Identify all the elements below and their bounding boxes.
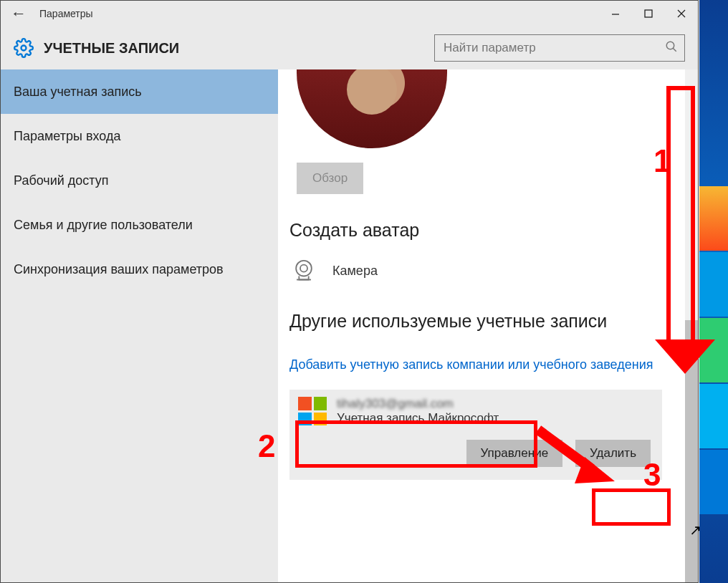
browse-button[interactable]: Обзор [297,163,363,194]
desktop-background-strip [699,0,728,583]
avatar [297,69,447,148]
sidebar-item-label: Синхронизация ваших параметров [14,262,224,277]
settings-window: ← Параметры УЧЕТНЫЕ ЗАПИСИ Ваша учетная … [0,0,699,583]
sidebar-item-your-account[interactable]: Ваша учетная запись [1,69,278,114]
back-button[interactable]: ← [1,4,37,23]
sidebar-item-label: Семья и другие пользователи [14,218,193,233]
cursor-icon: ↖ [689,521,701,539]
manage-button[interactable]: Управление [466,440,563,467]
header: УЧЕТНЫЕ ЗАПИСИ [1,26,698,69]
desktop-tile [699,384,728,448]
sidebar-item-signin-options[interactable]: Параметры входа [1,114,278,158]
account-row[interactable]: tihaly303@gmail.com Учетная запись Майкр… [289,390,662,433]
search-input[interactable] [435,41,658,55]
search-icon [658,40,684,56]
account-email: tihaly303@gmail.com [337,397,499,411]
desktop-tile [699,318,728,382]
svg-point-4 [21,46,27,51]
gear-icon [14,38,34,58]
desktop-tile [699,186,728,251]
sidebar-item-label: Параметры входа [14,129,120,144]
svg-point-5 [666,42,674,49]
sidebar-item-sync[interactable]: Синхронизация ваших параметров [1,247,278,292]
camera-icon [289,256,318,285]
svg-point-7 [296,261,312,276]
svg-rect-1 [645,10,652,17]
svg-line-6 [673,48,676,52]
sidebar-item-label: Ваша учетная запись [14,85,142,100]
sidebar-item-label: Рабочий доступ [14,173,109,188]
microsoft-logo-icon [298,397,327,425]
scrollbar-thumb[interactable] [685,320,698,582]
search-field[interactable] [434,34,685,62]
add-work-school-account-link[interactable]: Добавить учетную запись компании или уче… [289,357,653,372]
delete-button[interactable]: Удалить [575,440,651,467]
sidebar-item-family[interactable]: Семья и другие пользователи [1,203,278,247]
svg-point-8 [300,265,307,272]
camera-option[interactable]: Камера [289,256,674,285]
other-accounts-heading: Другие используемые учетные записи [289,311,674,332]
create-avatar-heading: Создать аватар [289,220,674,241]
account-type-label: Учетная запись Майкрософт [337,411,499,425]
desktop-tile [699,450,728,514]
sidebar: Ваша учетная запись Параметры входа Рабо… [1,69,278,582]
content-pane: Обзор Создать аватар Камера Другие испол… [278,69,698,582]
titlebar: ← Параметры [1,1,698,26]
window-title: Параметры [37,8,599,19]
maximize-button[interactable] [632,1,665,26]
sidebar-item-work-access[interactable]: Рабочий доступ [1,158,278,203]
close-button[interactable] [665,1,698,26]
desktop-tile [699,252,728,317]
minimize-button[interactable] [599,1,632,26]
camera-label: Камера [332,264,378,279]
page-title: УЧЕТНЫЕ ЗАПИСИ [44,40,434,57]
account-block: tihaly303@gmail.com Учетная запись Майкр… [289,390,662,480]
